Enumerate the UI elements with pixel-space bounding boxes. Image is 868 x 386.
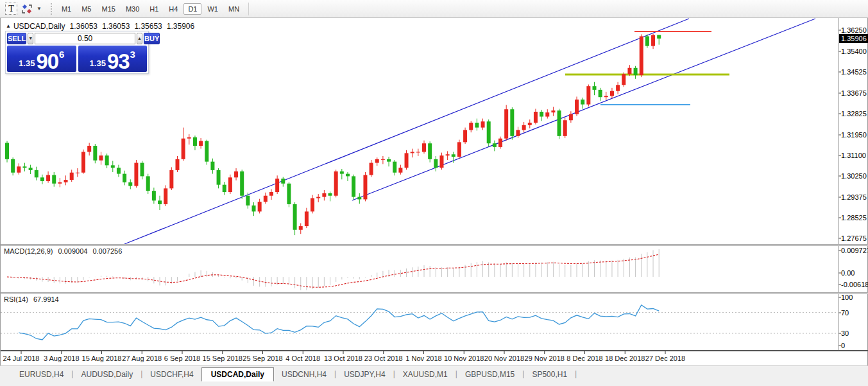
chart-tab-usdjpy[interactable]: USDJPY,H4	[336, 368, 393, 381]
date-axis-label: 15 Sep 2018	[203, 355, 243, 362]
candle	[434, 159, 438, 168]
price-axis-label: 1.29375	[841, 193, 867, 201]
chart-tab-eurusd[interactable]: EURUSD,H4	[12, 368, 71, 381]
volume-increase-button[interactable]: ▲	[137, 33, 142, 44]
collapse-icon[interactable]: ▲	[6, 23, 11, 29]
macd-panel-divider[interactable]	[1, 244, 868, 246]
channel-upper[interactable]	[124, 19, 689, 244]
chart-tab-sp500[interactable]: SP500,H1	[524, 368, 575, 381]
candle	[540, 112, 543, 117]
volume-input[interactable]	[35, 33, 135, 44]
candle	[182, 139, 185, 159]
candle	[510, 109, 514, 136]
chart-canvas[interactable]: ▲USDCAD,Daily1.360531.360531.356531.3590…	[0, 18, 868, 365]
candle	[381, 159, 385, 160]
chart-tab-usdcnh[interactable]: USDCNH,H4	[274, 368, 334, 381]
candle	[334, 171, 338, 196]
candle	[164, 188, 167, 204]
macd-axis-label: 0.00	[841, 269, 855, 277]
candle	[411, 152, 414, 154]
candle	[299, 226, 303, 230]
candle	[46, 175, 50, 181]
buy-button[interactable]: BUY	[144, 33, 160, 44]
date-axis-label: 13 Oct 2018	[324, 355, 362, 362]
chevron-down-icon[interactable]: ▼	[37, 6, 42, 12]
chart-tab-bar: EURUSD,H4|AUDUSD,Daily|USDCHF,H4USDCAD,D…	[0, 365, 868, 386]
candle	[146, 176, 150, 191]
candle	[158, 200, 162, 204]
channel-lower[interactable]	[352, 19, 815, 200]
price-axis-label: 1.36250	[841, 26, 867, 34]
rsi-axis-label: 0	[841, 342, 845, 349]
current-price-tag: 1.35906	[839, 34, 868, 43]
candle	[5, 143, 9, 159]
date-axis-label: 24 Jul 2018	[3, 355, 40, 362]
candle	[311, 198, 314, 212]
timeframe-button-mn[interactable]: MN	[224, 3, 244, 15]
date-axis-label: 18 Dec 2018	[605, 355, 645, 362]
candle	[551, 110, 555, 112]
rsi-value: 67.9914	[33, 295, 59, 303]
candle	[405, 153, 409, 168]
price-axis-label: 1.31100	[841, 152, 866, 159]
buy-price-display[interactable]: 1.35 93 3	[78, 46, 148, 72]
timeframe-button-h1[interactable]: H1	[145, 3, 163, 15]
candle	[111, 165, 115, 168]
date-axis-label: 3 Aug 2018	[44, 355, 80, 362]
candle	[175, 159, 179, 170]
candle	[29, 168, 33, 170]
timeframe-button-m1[interactable]: M1	[57, 3, 76, 15]
date-axis-label: 15 Aug 2018	[82, 355, 122, 362]
toolbar-separator	[248, 3, 249, 15]
price-axis-label: 1.30250	[841, 172, 867, 180]
volume-decrease-button[interactable]: ▼	[28, 33, 33, 44]
chart-tab-usdcad[interactable]: USDCAD,Daily	[201, 367, 274, 382]
toolbar-grip[interactable]	[51, 3, 53, 15]
candle	[199, 141, 203, 146]
price-axis-label: 1.28525	[841, 214, 867, 222]
buy-price-prefix: 1.35	[90, 58, 106, 68]
candle	[599, 90, 602, 97]
chart-title: ▲USDCAD,Daily1.360531.360531.356531.3590…	[6, 22, 194, 31]
price-axis-label: 1.34525	[841, 68, 867, 76]
price-axis-label: 1.35400	[841, 48, 867, 55]
candle	[504, 109, 508, 138]
rsi-name: RSI(14)	[4, 295, 28, 303]
candle	[81, 152, 85, 173]
sell-price-display[interactable]: 1.35 90 6	[7, 46, 76, 72]
candle	[463, 130, 467, 142]
timeframe-button-m30[interactable]: M30	[121, 3, 144, 15]
candle	[645, 36, 649, 46]
rsi-panel-divider[interactable]	[1, 292, 868, 294]
date-axis-label: 6 Sep 2018	[164, 355, 200, 362]
candle	[534, 112, 538, 123]
tab-separator: |	[575, 369, 577, 378]
chart-tab-usdchf[interactable]: USDCHF,H4	[142, 368, 201, 381]
candle	[452, 154, 455, 157]
chart-tab-gbpusd[interactable]: GBPUSD,M15	[457, 368, 522, 381]
timeframe-button-m5[interactable]: M5	[77, 3, 96, 15]
candle	[616, 85, 620, 91]
timeframe-button-w1[interactable]: W1	[203, 3, 223, 15]
macd-histogram	[7, 249, 659, 290]
drawing-arrows-icon[interactable]	[21, 3, 33, 15]
candle	[352, 176, 355, 197]
candle	[140, 163, 144, 177]
candle	[322, 193, 326, 197]
date-axis-label: 8 Dec 2018	[566, 355, 602, 362]
macd-signal-line	[7, 254, 659, 287]
text-tool-icon[interactable]: T	[5, 3, 17, 15]
candle	[528, 123, 532, 125]
chart-tab-audusd[interactable]: AUDUSD,Daily	[73, 368, 140, 381]
timeframe-button-m15[interactable]: M15	[97, 3, 119, 15]
candle	[557, 110, 561, 136]
candle	[234, 171, 238, 177]
chart-tab-xauusd[interactable]: XAUUSD,M1	[395, 368, 455, 381]
sell-button[interactable]: SELL	[7, 33, 26, 44]
chart-bottom-border	[1, 350, 868, 351]
date-axis-label: 20 Nov 2018	[484, 355, 524, 362]
timeframe-button-h4[interactable]: H4	[164, 3, 182, 15]
timeframe-button-d1[interactable]: D1	[183, 3, 201, 15]
candle	[428, 143, 432, 159]
candle	[228, 177, 232, 192]
